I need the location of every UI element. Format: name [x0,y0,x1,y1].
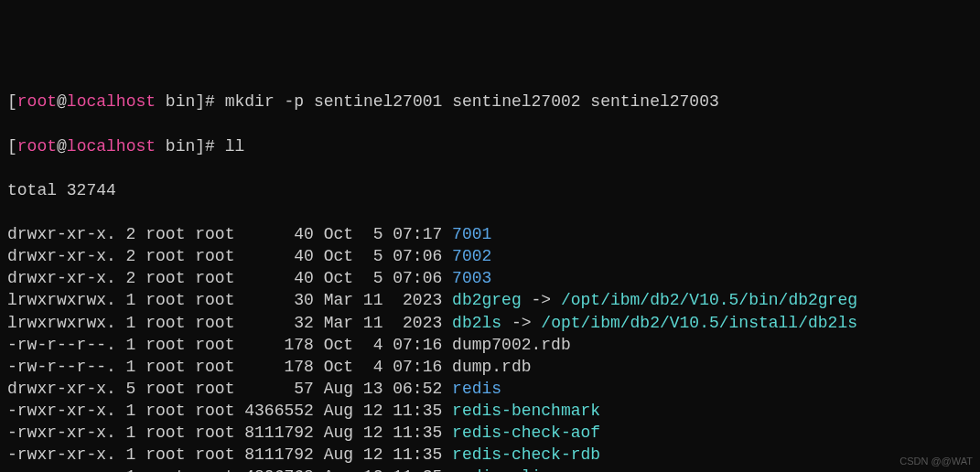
prompt-host: localhost [67,137,156,156]
listing-row: lrwxrwxrwx. 1 root root 32 Mar 11 2023 d… [7,312,973,334]
listing-meta: drwxr-xr-x. 5 root root 57 Aug 13 06:52 [7,380,452,398]
bracket-open: [ [7,137,17,156]
listing-name: dump.rdb [452,358,531,376]
listing-row: drwxr-xr-x. 5 root root 57 Aug 13 06:52 … [7,378,973,400]
bracket-open: [ [7,92,17,111]
listing-meta: drwxr-xr-x. 2 root root 40 Oct 5 07:06 [7,247,452,265]
listing-name: redis-benchmark [452,402,600,420]
prompt-at: @ [57,92,67,111]
prompt-line-2: [root@localhost bin]# ll [7,135,973,157]
listing-meta: lrwxrwxrwx. 1 root root 30 Mar 11 2023 [7,291,452,309]
listing-row: -rwxr-xr-x. 1 root root 8111792 Aug 12 1… [7,422,973,444]
prompt-at: @ [57,137,67,156]
listing-meta: -rwxr-xr-x. 1 root root 4806768 Aug 12 1… [7,467,452,472]
prompt-path: bin [156,92,195,111]
listing-meta: -rwxr-xr-x. 1 root root 8111792 Aug 12 1… [7,445,452,464]
listing-name: db2greg [452,291,522,309]
listing-name: redis-check-rdb [452,445,600,464]
listing-row: drwxr-xr-x. 2 root root 40 Oct 5 07:06 7… [7,245,973,267]
listing-name: redis-check-aof [452,424,600,442]
listing-row: drwxr-xr-x. 2 root root 40 Oct 5 07:06 7… [7,267,973,289]
listing-meta: drwxr-xr-x. 2 root root 40 Oct 5 07:17 [7,225,452,243]
listing-row: -rw-r--r--. 1 root root 178 Oct 4 07:16 … [7,334,973,356]
prompt-host: localhost [67,92,156,111]
listing-meta: drwxr-xr-x. 2 root root 40 Oct 5 07:06 [7,269,452,287]
listing-row: -rwxr-xr-x. 1 root root 4366552 Aug 12 1… [7,400,973,422]
prompt-line-1: [root@localhost bin]# mkdir -p sentinel2… [7,91,973,113]
listing-name: dump7002.rdb [452,336,571,354]
listing-row: -rw-r--r--. 1 root root 178 Oct 4 07:16 … [7,356,973,378]
listing-name: 7002 [452,247,491,265]
prompt-path: bin [156,137,195,156]
command-mkdir: mkdir -p sentinel27001 sentinel27002 sen… [225,92,719,111]
listing-row: -rwxr-xr-x. 1 root root 4806768 Aug 12 1… [7,466,973,472]
listing-name: 7003 [452,269,491,287]
symlink-arrow: -> [501,314,541,332]
prompt-user: root [17,92,57,111]
listing-name: redis [452,380,501,398]
listing-name: redis-cli [452,467,541,472]
listing-name: 7001 [452,225,491,243]
bracket-close: ]# [195,92,224,111]
listing-row: lrwxrwxrwx. 1 root root 30 Mar 11 2023 d… [7,289,973,311]
listing-meta: -rw-r--r--. 1 root root 178 Oct 4 07:16 [7,358,452,376]
listing-meta: lrwxrwxrwx. 1 root root 32 Mar 11 2023 [7,314,452,332]
listing-row: drwxr-xr-x. 2 root root 40 Oct 5 07:17 7… [7,223,973,245]
listing-name: db2ls [452,314,501,332]
total-line: total 32744 [7,179,973,201]
listing-meta: -rwxr-xr-x. 1 root root 4366552 Aug 12 1… [7,402,452,420]
listing-meta: -rw-r--r--. 1 root root 178 Oct 4 07:16 [7,336,452,354]
watermark-label: CSDN @@WAT [899,455,973,468]
symlink-target: /opt/ibm/db2/V10.5/install/db2ls [541,314,857,332]
prompt-user: root [17,137,57,156]
bracket-close: ]# [195,137,224,156]
symlink-target: /opt/ibm/db2/V10.5/bin/db2greg [561,291,857,309]
directory-listing: drwxr-xr-x. 2 root root 40 Oct 5 07:17 7… [7,223,973,472]
listing-meta: -rwxr-xr-x. 1 root root 8111792 Aug 12 1… [7,424,452,442]
listing-row: -rwxr-xr-x. 1 root root 8111792 Aug 12 1… [7,444,973,466]
command-ll: ll [225,137,245,156]
symlink-arrow: -> [522,291,561,309]
